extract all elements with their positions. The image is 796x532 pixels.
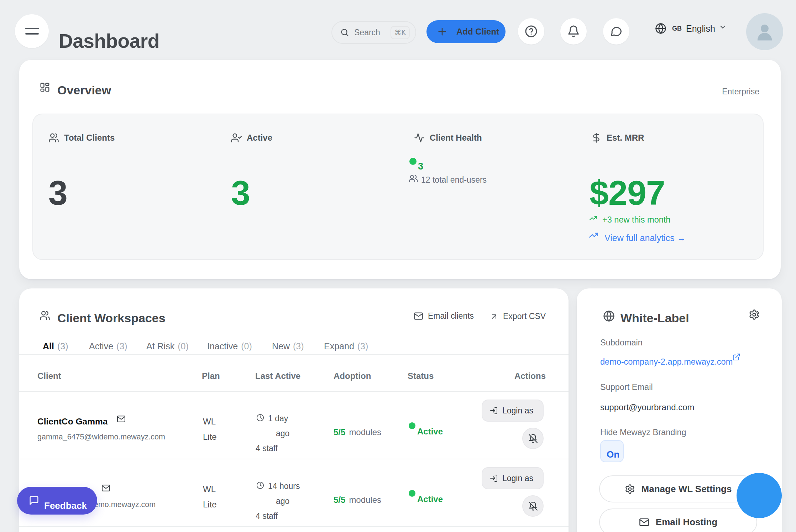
help-button[interactable]: [518, 18, 544, 45]
clock-icon: [256, 481, 264, 489]
col-status: Status: [408, 371, 434, 381]
settings-gear-icon[interactable]: [749, 309, 760, 320]
mute-notifications-button[interactable]: [522, 495, 544, 517]
last-active-suffix: ago: [276, 429, 289, 438]
chevron-down-icon: [719, 23, 727, 31]
globe-icon: [655, 23, 666, 34]
status-badge: Active: [417, 427, 443, 437]
col-last-active: Last Active: [255, 371, 300, 381]
login-as-button[interactable]: Login as: [482, 400, 544, 422]
stat-value-mrr: $297: [590, 176, 665, 210]
col-actions: Actions: [514, 371, 546, 381]
client-email: emo.mewayz.com: [94, 500, 156, 509]
subdomain-link[interactable]: demo-company-2.app.mewayz.com: [600, 357, 733, 367]
hamburger-icon: [25, 28, 39, 29]
branding-label: Hide Mewayz Branding: [600, 428, 686, 437]
tab-new[interactable]: New(3): [272, 341, 304, 351]
workspaces-title: Client Workspaces: [57, 311, 166, 325]
email-hosting-button[interactable]: Email Hosting: [599, 508, 757, 532]
language-selector[interactable]: GB English: [655, 23, 727, 34]
bell-off-icon: [528, 434, 538, 443]
subdomain-label: Subdomain: [600, 338, 643, 348]
chat-fab-button[interactable]: [737, 473, 782, 518]
mute-notifications-button[interactable]: [522, 428, 544, 449]
login-as-button[interactable]: Login as: [482, 467, 544, 489]
workspaces-users-icon: [40, 310, 50, 321]
staff-count: 4 staff: [256, 444, 278, 453]
last-active-main: 1 day: [268, 414, 288, 423]
notifications-button[interactable]: [560, 18, 587, 45]
log-in-icon: [489, 406, 498, 415]
client-mail-icon[interactable]: [101, 484, 110, 492]
user-check-icon: [231, 132, 242, 143]
end-users-icon: [409, 174, 419, 184]
stat-label-client-health: Client Health: [430, 133, 482, 143]
col-plan: Plan: [202, 371, 220, 381]
plus-icon: [436, 26, 448, 37]
user-icon: [754, 21, 776, 43]
help-icon: [525, 25, 538, 38]
overview-card: Overview Enterprise Total Clients 3 Acti…: [19, 60, 781, 279]
status-dot: [409, 490, 415, 497]
search-placeholder: Search: [354, 28, 380, 37]
last-active-main: 14 hours: [268, 481, 300, 491]
chat-button[interactable]: [603, 18, 629, 45]
manage-wl-settings-button[interactable]: Manage WL Settings: [599, 475, 757, 502]
col-client: Client: [37, 371, 61, 381]
dollar-icon: [591, 132, 602, 143]
stat-label-mrr: Est. MRR: [607, 133, 644, 143]
client-mail-icon[interactable]: [117, 414, 126, 423]
stat-label-total-clients: Total Clients: [64, 133, 115, 143]
add-client-button[interactable]: Add Client: [426, 20, 506, 43]
adoption-unit: modules: [349, 495, 381, 505]
adoption-value: 5/5: [334, 427, 345, 437]
tab-active[interactable]: Active(3): [89, 341, 127, 351]
health-dot: [409, 158, 417, 165]
arrow-up-right-icon: [490, 312, 498, 321]
overview-title: Overview: [57, 83, 111, 97]
support-email-label: Support Email: [600, 382, 653, 392]
status-badge: Active: [417, 494, 443, 504]
staff-count: 4 staff: [256, 511, 278, 521]
last-active-suffix: ago: [276, 496, 289, 506]
client-name: ClientCo Gamma: [37, 417, 108, 427]
adoption-value: 5/5: [334, 495, 345, 505]
chat-icon: [610, 25, 623, 38]
support-email-value: support@yourbrand.com: [600, 402, 695, 412]
mail-icon: [414, 311, 423, 321]
user-avatar[interactable]: [746, 13, 783, 50]
search-input[interactable]: Search ⌘K: [331, 21, 416, 44]
users-icon: [48, 132, 59, 143]
clock-icon: [256, 414, 264, 422]
client-email: gamma_6475@wldemo.mewayz.com: [37, 433, 165, 442]
feedback-button[interactable]: Feedback: [17, 487, 97, 515]
status-dot: [409, 422, 415, 429]
adoption-unit: modules: [349, 427, 381, 437]
tab-expand[interactable]: Expand(3): [324, 341, 368, 351]
tab-at-risk[interactable]: At Risk(0): [146, 341, 189, 351]
tab-all[interactable]: All(3): [43, 341, 68, 351]
activity-icon: [414, 132, 425, 143]
client-plan: WL Lite: [203, 481, 225, 512]
plan-badge: Enterprise: [722, 87, 759, 97]
page-title: Dashboard: [59, 31, 159, 51]
search-shortcut: ⌘K: [391, 26, 410, 39]
tab-inactive[interactable]: Inactive(0): [207, 341, 252, 351]
bell-off-icon: [528, 501, 538, 511]
language-code: GB: [672, 25, 682, 32]
gear-icon: [625, 484, 635, 494]
stat-value-active: 3: [231, 176, 250, 210]
menu-button[interactable]: [15, 14, 49, 48]
email-clients-button[interactable]: Email clients: [414, 311, 474, 321]
view-analytics-link[interactable]: View full analytics →: [604, 233, 686, 243]
white-label-title: White-Label: [620, 311, 689, 325]
branding-toggle[interactable]: On: [600, 440, 624, 462]
bell-icon: [567, 25, 580, 38]
end-users-text: 12 total end-users: [421, 175, 487, 185]
language-name: English: [686, 24, 715, 34]
mail-icon: [639, 517, 649, 527]
export-csv-button[interactable]: Export CSV: [490, 312, 546, 321]
search-icon: [340, 28, 349, 37]
trending-up-icon: [589, 214, 597, 222]
external-link-icon[interactable]: [732, 353, 740, 361]
